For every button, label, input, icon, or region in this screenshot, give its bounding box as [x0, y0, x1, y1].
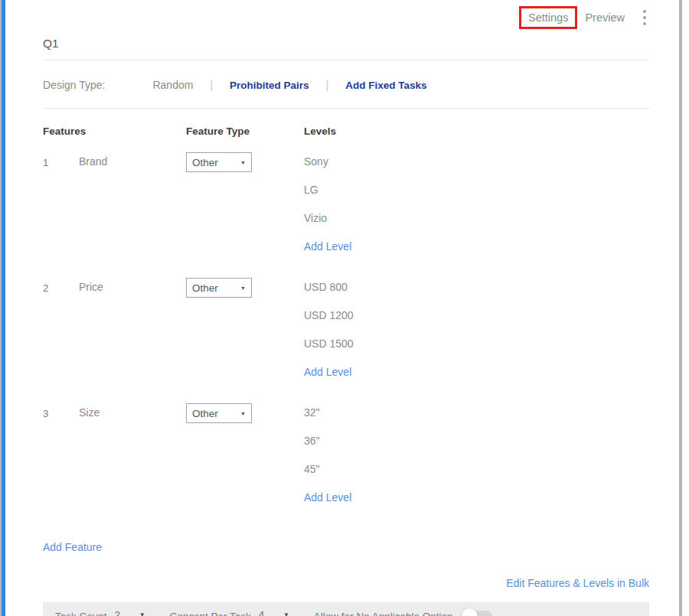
feature-row-price: 2 Price Other ▼ USD 800 USD 1200 USD 150… [43, 281, 649, 394]
feature-type-select[interactable]: Other ▼ [186, 278, 252, 298]
separator: | [326, 79, 329, 91]
concept-per-task-label: Concept Per Task [170, 611, 251, 616]
level-item[interactable]: 32" [304, 406, 649, 435]
features-table: Features Feature Type Levels 1 Brand Oth… [43, 125, 649, 520]
level-item[interactable]: USD 1200 [304, 309, 649, 337]
level-item[interactable]: 36" [304, 435, 649, 463]
features-table-header: Features Feature Type Levels [43, 125, 649, 137]
design-type-option-random[interactable]: Random [152, 79, 193, 91]
separator: | [210, 79, 213, 91]
concept-per-task-select[interactable]: 4 ▼ [257, 609, 291, 616]
question-title[interactable]: Q1 [43, 32, 649, 60]
feature-type-value: Other [192, 157, 218, 168]
task-count-label: Task Count [55, 611, 107, 616]
settings-annotation-box: Settings [519, 6, 577, 29]
divider [43, 108, 649, 109]
add-level-link[interactable]: Add Level [304, 491, 649, 520]
feature-index: 3 [43, 406, 79, 419]
right-scrollbar-line[interactable] [679, 0, 682, 616]
level-item[interactable]: USD 1500 [304, 337, 649, 366]
concept-per-task-value: 4 [259, 609, 265, 616]
feature-name[interactable]: Brand [79, 155, 186, 168]
preview-button[interactable]: Preview [580, 9, 629, 26]
chevron-down-icon: ▼ [283, 611, 289, 616]
task-count-value: 2 [115, 609, 121, 616]
chevron-down-icon: ▼ [240, 285, 246, 291]
chevron-down-icon: ▼ [240, 160, 246, 165]
chevron-down-icon: ▼ [139, 611, 145, 616]
no-applicable-option-toggle[interactable] [463, 611, 492, 616]
more-options-icon[interactable] [640, 8, 649, 27]
toggle-knob [462, 608, 478, 616]
settings-button[interactable]: Settings [528, 11, 568, 24]
design-type-label: Design Type: [43, 79, 105, 91]
header-feature-type: Feature Type [186, 125, 304, 137]
header-levels: Levels [304, 125, 649, 137]
task-count-select[interactable]: 2 ▼ [113, 609, 147, 616]
add-level-link[interactable]: Add Level [304, 240, 649, 269]
feature-name[interactable]: Size [79, 406, 186, 419]
feature-row-brand: 1 Brand Other ▼ Sony LG Vizio Add Level [43, 155, 649, 269]
edit-features-levels-bulk-link[interactable]: Edit Features & Levels in Bulk [506, 577, 649, 589]
feature-name[interactable]: Price [79, 281, 186, 293]
feature-type-value: Other [192, 282, 218, 294]
add-feature-link[interactable]: Add Feature [43, 541, 102, 553]
level-item[interactable]: 45" [304, 463, 649, 491]
level-item[interactable]: Vizio [304, 212, 649, 240]
level-item[interactable]: LG [304, 184, 649, 212]
top-action-bar: Settings Preview [43, 0, 649, 32]
feature-index: 2 [43, 281, 79, 294]
feature-row-size: 3 Size Other ▼ 32" 36" 45" Add Level [43, 406, 649, 520]
level-item[interactable]: Sony [304, 155, 649, 184]
add-level-link[interactable]: Add Level [304, 366, 649, 394]
header-features: Features [43, 125, 79, 137]
chevron-down-icon: ▼ [240, 411, 246, 416]
design-type-option-prohibited-pairs[interactable]: Prohibited Pairs [230, 80, 309, 91]
feature-type-value: Other [192, 408, 218, 419]
no-applicable-option-label: Allow for No Applicable Option [314, 611, 453, 616]
feature-index: 1 [43, 155, 79, 168]
question-editor-panel: Settings Preview Q1 Design Type: Random … [43, 0, 649, 616]
level-item[interactable]: USD 800 [304, 281, 649, 309]
design-type-option-add-fixed-tasks[interactable]: Add Fixed Tasks [345, 80, 426, 91]
design-type-row: Design Type: Random | Prohibited Pairs |… [43, 60, 649, 108]
task-settings-bar: Task Count 2 ▼ Concept Per Task 4 ▼ Allo… [43, 602, 649, 616]
feature-type-select[interactable]: Other ▼ [186, 152, 252, 172]
left-accent-stripe [2, 0, 5, 616]
feature-type-select[interactable]: Other ▼ [186, 403, 252, 423]
